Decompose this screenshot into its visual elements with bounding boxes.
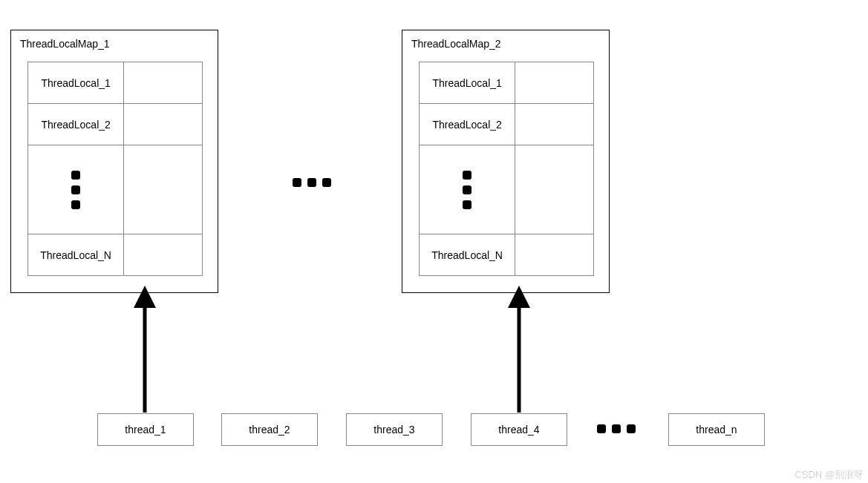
cell-value	[124, 234, 203, 276]
threadlocalmap-2-title: ThreadLocalMap_2	[411, 38, 501, 50]
threadlocalmap-1-table: ThreadLocal_1 ThreadLocal_2 ThreadLocal_…	[27, 62, 203, 276]
thread-box-1: thread_1	[97, 413, 194, 446]
cell-value	[124, 62, 203, 104]
cell-value	[515, 234, 594, 276]
cell-key	[28, 145, 124, 234]
cell-value	[515, 145, 594, 234]
thread-box-n: thread_n	[668, 413, 765, 446]
threadlocalmap-1: ThreadLocalMap_1 ThreadLocal_1 ThreadLoc…	[10, 30, 218, 293]
table-row	[28, 145, 203, 234]
vertical-ellipsis-icon	[29, 171, 123, 209]
vertical-ellipsis-icon	[420, 171, 514, 209]
cell-key	[420, 145, 515, 234]
thread-label: thread_4	[498, 424, 539, 436]
table-row: ThreadLocal_N	[28, 234, 203, 276]
cell-key: ThreadLocal_N	[28, 234, 124, 276]
threadlocalmap-2: ThreadLocalMap_2 ThreadLocal_1 ThreadLoc…	[402, 30, 610, 293]
table-row: ThreadLocal_2	[28, 104, 203, 145]
cell-key: ThreadLocal_1	[28, 62, 124, 104]
horizontal-ellipsis-icon	[293, 178, 331, 187]
thread-label: thread_3	[373, 424, 414, 436]
cell-value	[515, 104, 594, 145]
cell-key: ThreadLocal_N	[420, 234, 515, 276]
cell-value	[515, 62, 594, 104]
table-row	[420, 145, 594, 234]
watermark: CSDN @别浪呀	[794, 468, 864, 482]
table-row: ThreadLocal_1	[28, 62, 203, 104]
threadlocalmap-2-table: ThreadLocal_1 ThreadLocal_2 ThreadLocal_…	[419, 62, 594, 276]
thread-label: thread_n	[696, 424, 737, 436]
threadlocalmap-1-title: ThreadLocalMap_1	[20, 38, 110, 50]
table-row: ThreadLocal_N	[420, 234, 594, 276]
cell-key: ThreadLocal_1	[420, 62, 515, 104]
table-row: ThreadLocal_2	[420, 104, 594, 145]
cell-key: ThreadLocal_2	[420, 104, 515, 145]
horizontal-ellipsis-icon	[597, 424, 636, 433]
thread-label: thread_2	[249, 424, 290, 436]
table-row: ThreadLocal_1	[420, 62, 594, 104]
thread-box-3: thread_3	[346, 413, 443, 446]
thread-box-2: thread_2	[221, 413, 318, 446]
thread-label: thread_1	[125, 424, 166, 436]
cell-value	[124, 145, 203, 234]
cell-value	[124, 104, 203, 145]
thread-box-4: thread_4	[471, 413, 567, 446]
cell-key: ThreadLocal_2	[28, 104, 124, 145]
